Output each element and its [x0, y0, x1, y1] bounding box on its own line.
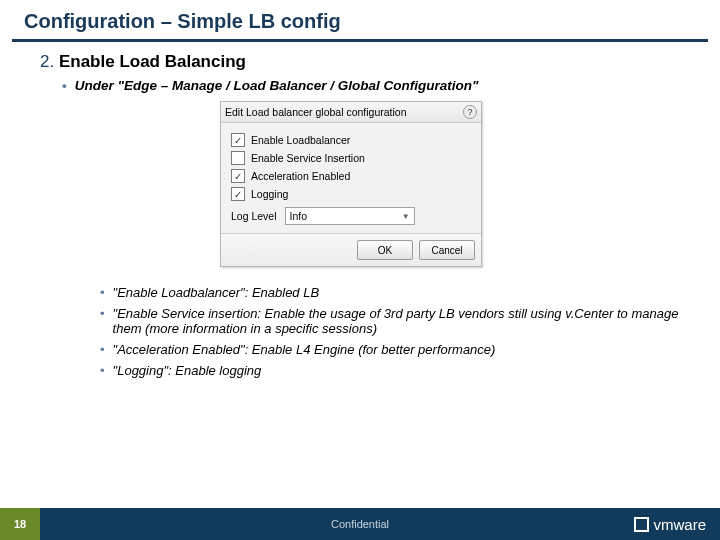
step-heading: 2. Enable Load Balancing — [40, 52, 680, 72]
path-text: Under "Edge – Manage / Load Balancer / G… — [75, 78, 479, 93]
checkbox-label: Acceleration Enabled — [251, 170, 350, 182]
bullet-dot: • — [100, 363, 105, 378]
dialog-titlebar: Edit Load balancer global configuration … — [221, 102, 481, 123]
enable-service-insertion-checkbox[interactable] — [231, 151, 245, 165]
sub-bullet-text: "Acceleration Enabled": Enable L4 Engine… — [113, 342, 496, 357]
checkbox-row: ✓ Acceleration Enabled — [231, 169, 471, 183]
cancel-button[interactable]: Cancel — [419, 240, 475, 260]
checkbox-row: ✓ Logging — [231, 187, 471, 201]
log-level-row: Log Level Info ▼ — [231, 207, 471, 225]
checkbox-label: Logging — [251, 188, 288, 200]
bullet-dot: • — [100, 306, 105, 321]
bullet-dot: • — [62, 78, 67, 93]
checkbox-row: ✓ Enable Loadbalancer — [231, 133, 471, 147]
acceleration-enabled-checkbox[interactable]: ✓ — [231, 169, 245, 183]
step-title: Enable Load Balancing — [59, 52, 246, 71]
checkbox-label: Enable Loadbalancer — [251, 134, 350, 146]
logging-checkbox[interactable]: ✓ — [231, 187, 245, 201]
slide-title: Configuration – Simple LB config — [0, 0, 720, 39]
ok-button[interactable]: OK — [357, 240, 413, 260]
sub-bullet-text: "Enable Service insertion: Enable the us… — [113, 306, 680, 336]
help-icon[interactable]: ? — [463, 105, 477, 119]
enable-loadbalancer-checkbox[interactable]: ✓ — [231, 133, 245, 147]
page-number: 18 — [0, 508, 40, 540]
sub-bullet-text: "Logging": Enable logging — [113, 363, 262, 378]
dialog-title-text: Edit Load balancer global configuration — [225, 106, 407, 118]
bullet-dot: • — [100, 285, 105, 300]
vmware-logo: vmware — [634, 516, 706, 533]
checkbox-row: Enable Service Insertion — [231, 151, 471, 165]
step-number: 2. — [40, 52, 54, 71]
log-level-value: Info — [290, 210, 308, 222]
title-divider — [12, 39, 708, 42]
sub-bullet-text: "Enable Loadbalancer": Enabled LB — [113, 285, 320, 300]
sub-bullet: • "Logging": Enable logging — [100, 363, 680, 378]
footer: 18 Confidential vmware — [0, 508, 720, 540]
confidential-label: Confidential — [331, 518, 389, 530]
log-level-label: Log Level — [231, 210, 277, 222]
sub-bullet: • "Enable Service insertion: Enable the … — [100, 306, 680, 336]
log-level-dropdown[interactable]: Info ▼ — [285, 207, 415, 225]
chevron-down-icon: ▼ — [402, 212, 410, 221]
sub-bullet: • "Enable Loadbalancer": Enabled LB — [100, 285, 680, 300]
bullet-dot: • — [100, 342, 105, 357]
logo-box-icon — [634, 517, 649, 532]
sub-bullet: • "Acceleration Enabled": Enable L4 Engi… — [100, 342, 680, 357]
lb-config-dialog: Edit Load balancer global configuration … — [220, 101, 482, 267]
path-bullet: • Under "Edge – Manage / Load Balancer /… — [62, 78, 680, 93]
logo-text: vmware — [653, 516, 706, 533]
checkbox-label: Enable Service Insertion — [251, 152, 365, 164]
